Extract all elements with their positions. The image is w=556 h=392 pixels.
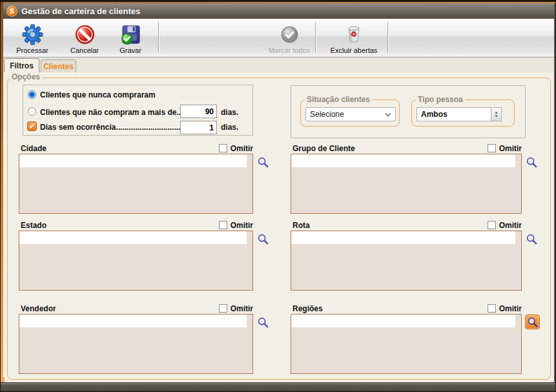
filter-list[interactable]: [19, 154, 253, 214]
tab-filtros[interactable]: Filtros: [4, 58, 39, 72]
check-circle-icon: [280, 23, 300, 45]
filter-list[interactable]: [291, 314, 522, 374]
filter-section-cidade: Cidade Omitir: [19, 143, 253, 214]
frame-corner: [1, 377, 5, 382]
filter-search-input[interactable]: [19, 154, 247, 167]
cancel-button-label: Cancelar: [70, 46, 99, 54]
search-icon[interactable]: [525, 156, 538, 169]
filter-label: Regiões: [293, 304, 323, 313]
search-icon[interactable]: [525, 232, 538, 245]
cancel-icon: [74, 23, 96, 45]
omit-checkbox[interactable]: [219, 144, 227, 152]
tab-bar: Filtros Clientes: [1, 57, 555, 72]
mark-all-button-label: Marcar todos: [269, 46, 310, 54]
days-suffix-label: dias.: [221, 108, 238, 117]
tab-clientes-label: Clientes: [43, 62, 74, 71]
radio-never-bought-label: Clientes que nunca compraram: [40, 90, 156, 99]
filter-list[interactable]: [291, 154, 522, 214]
days-occurrence-input[interactable]: [180, 121, 217, 134]
selects-box: Situação clientes Selecione Tipo pessoa …: [291, 85, 526, 138]
toolbar-separator: [315, 22, 316, 52]
window-frame-right: [554, 3, 555, 382]
tab-filtros-label: Filtros: [10, 61, 34, 70]
delete-open-button[interactable]: ♻ Excluir abertas: [320, 21, 387, 56]
gear-icon: [22, 23, 43, 45]
omit-checkbox[interactable]: [488, 144, 496, 152]
omit-checkbox[interactable]: [219, 304, 227, 313]
filter-label: Grupo de Cliente: [293, 144, 355, 153]
filter-section-rota: Rota Omitir: [291, 220, 522, 291]
filter-search-input[interactable]: [19, 315, 247, 327]
filter-label: Rota: [293, 221, 310, 230]
spinner-arrows-icon[interactable]: ▲▼: [491, 107, 502, 121]
tipo-pessoa-spinner[interactable]: Ambos ▲▼: [417, 107, 502, 121]
filter-section-regioes: Regiões Omitir: [291, 304, 522, 374]
situacao-select[interactable]: Selecione: [305, 107, 396, 121]
toolbar-separator: [158, 22, 159, 52]
omit-label: Omitir: [231, 221, 253, 230]
toolbar: Processar Cancelar: [1, 19, 555, 57]
filter-search-input[interactable]: [291, 231, 515, 244]
omit-checkbox[interactable]: [488, 221, 496, 229]
save-button[interactable]: Gravar: [108, 21, 153, 56]
filter-search-input[interactable]: [291, 154, 515, 167]
search-icon[interactable]: [256, 156, 269, 169]
omit-label: Omitir: [231, 144, 253, 153]
save-button-label: Gravar: [119, 46, 141, 54]
app-icon: S: [6, 6, 17, 17]
window-title: Gestão de carteira de clientes: [21, 6, 140, 16]
filter-list[interactable]: [19, 231, 253, 291]
tipo-pessoa-group-label: Tipo pessoa: [416, 96, 465, 104]
options-box: Clientes que nunca compraram Clientes qu…: [23, 85, 253, 136]
window-frame-accent: [1, 2, 555, 3]
toolbar-separator: [387, 22, 388, 52]
days-occurrence-suffix-label: dias.: [221, 123, 238, 132]
process-button[interactable]: Processar: [8, 21, 56, 56]
delete-open-button-label: Excluir abertas: [331, 46, 378, 54]
cancel-button[interactable]: Cancelar: [61, 21, 108, 56]
search-icon[interactable]: [256, 316, 269, 329]
filter-list[interactable]: [19, 314, 253, 374]
tipo-pessoa-groupbox: Tipo pessoa Ambos ▲▼: [411, 99, 515, 127]
filter-label: Cidade: [21, 144, 46, 153]
options-group-label: Opções: [10, 73, 42, 81]
process-button-label: Processar: [16, 46, 48, 54]
tipo-pessoa-value: Ambos: [417, 107, 491, 121]
radio-not-bought-days-label: Clientes que não compram a mais de..:: [40, 108, 183, 117]
tab-clientes[interactable]: Clientes: [41, 59, 76, 72]
status-bar: [1, 382, 555, 391]
omit-label: Omitir: [499, 304, 522, 313]
filter-list[interactable]: [291, 231, 522, 291]
filter-search-input[interactable]: [291, 315, 515, 327]
save-icon: [120, 23, 141, 45]
situacao-group-label: Situação clientes: [305, 96, 372, 104]
filter-label: Estado: [21, 221, 46, 230]
omit-checkbox[interactable]: [219, 221, 227, 229]
app-window: S Gestão de carteira de clientes P: [0, 0, 556, 392]
omit-label: Omitir: [231, 304, 253, 313]
days-without-purchase-input[interactable]: [180, 105, 217, 118]
radio-not-bought-days[interactable]: [28, 107, 36, 116]
mark-all-button[interactable]: Marcar todos: [263, 21, 315, 56]
omit-label: Omitir: [499, 221, 522, 230]
filter-section-vendedor: Vendedor Omitir: [19, 304, 253, 374]
window-frame-left: [1, 2, 3, 382]
trash-icon: ♻: [344, 23, 364, 45]
situacao-groupbox: Situação clientes Selecione: [300, 99, 400, 127]
filter-section-estado: Estado Omitir: [19, 220, 253, 291]
omit-label: Omitir: [499, 144, 522, 153]
title-bar[interactable]: S Gestão de carteira de clientes: [1, 3, 555, 19]
search-icon[interactable]: [256, 232, 269, 245]
chevron-down-icon: [385, 110, 391, 119]
filters-page: Opções Clientes que nunca compraram Clie…: [1, 72, 555, 382]
svg-text:♻: ♻: [351, 30, 357, 38]
days-occurrence-label: Dias sem ocorrência.....................…: [40, 123, 187, 132]
filter-label: Vendedor: [21, 304, 56, 313]
filter-search-input[interactable]: [19, 231, 247, 244]
filter-section-grupo-cliente: Grupo de Cliente Omitir: [291, 143, 522, 214]
situacao-select-value: Selecione: [310, 110, 344, 119]
radio-never-bought[interactable]: [28, 90, 36, 99]
days-occurrence-checkbox[interactable]: ✔: [27, 121, 37, 131]
omit-checkbox[interactable]: [488, 304, 496, 313]
search-button[interactable]: [525, 315, 540, 329]
